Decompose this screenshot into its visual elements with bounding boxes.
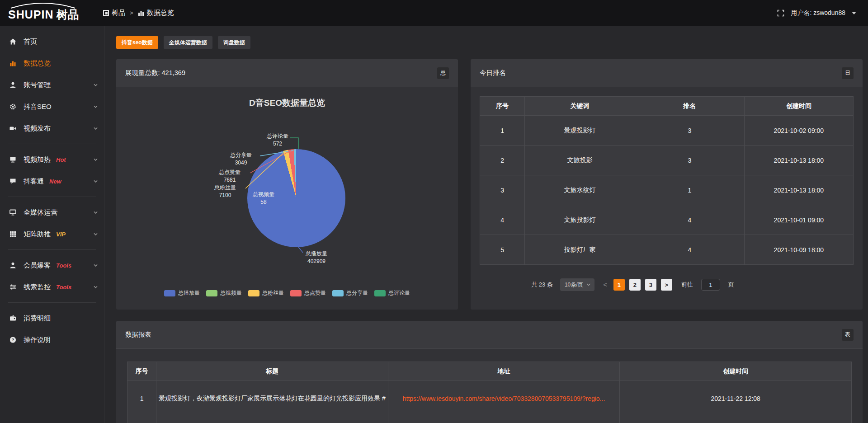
tab-media-ops-data[interactable]: 全媒体运营数据	[164, 36, 212, 49]
video-link[interactable]: https://www.iesdouyin.com/share/video/70…	[403, 395, 605, 402]
goto-page-input[interactable]	[701, 279, 720, 291]
sidebar-item-account[interactable]: 账号管理	[0, 74, 104, 96]
callout-plays: 总播放量402909	[296, 250, 337, 265]
chevron-down-icon	[93, 157, 98, 162]
page-unit-label: 页	[728, 281, 734, 289]
user-icon	[9, 81, 17, 89]
legend-swatch	[290, 290, 302, 296]
top-header: SHUPIN 树品 树品 > 数据总览 用户名: zswodun88	[0, 0, 868, 26]
day-toggle-button[interactable]: 日	[842, 67, 854, 79]
question-icon: ?	[9, 336, 17, 343]
new-badge: New	[49, 178, 61, 185]
monitor-icon	[9, 209, 17, 216]
sidebar-item-video-heat[interactable]: 视频加热 Hot	[0, 149, 104, 170]
sliders-icon	[9, 283, 17, 291]
total-toggle-button[interactable]: 总	[437, 67, 449, 79]
page-button-2[interactable]: 2	[629, 279, 641, 291]
sidebar-item-douyin-seo[interactable]: 抖音SEO	[0, 96, 104, 118]
tab-inquiry-data[interactable]: 询盘数据	[218, 36, 250, 49]
prev-page-button[interactable]: <	[602, 281, 609, 288]
legend-item[interactable]: 总点赞量	[290, 289, 326, 297]
main-content: 抖音seo数据 全媒体运营数据 询盘数据 展现量总数: 421,369 总 D音…	[105, 26, 868, 423]
sidebar-divider	[8, 302, 96, 303]
sidebar-item-member[interactable]: 会员爆客 Tools	[0, 254, 104, 276]
square-icon	[103, 10, 109, 16]
callout-shares: 总分享量3049	[221, 151, 261, 167]
chevron-down-icon	[93, 285, 98, 289]
sidebar: 首页 数据总览 账号管理 抖音SEO 视频发布 视频加热 Hot	[0, 26, 105, 423]
table-row: 2 文旅投影 3 2021-10-13 18:00	[480, 146, 854, 175]
legend-item[interactable]: 总分享量	[332, 289, 368, 297]
table-row: 5 投影灯厂家 4 2021-10-09 18:00	[480, 235, 854, 265]
bar-chart-icon	[9, 60, 17, 67]
today-ranking-panel: 今日排名 日 序号 关键词 排名 创建时间 1 景	[471, 59, 863, 310]
table-row: 4 文旅投影灯 4 2021-10-01 09:00	[480, 205, 854, 235]
breadcrumb-separator: >	[130, 9, 133, 16]
sidebar-item-clue-monitor[interactable]: 线索监控 Tools	[0, 276, 104, 298]
page-size-select[interactable]: 10条/页	[560, 278, 594, 291]
svg-text:?: ?	[12, 337, 14, 342]
breadcrumb-current[interactable]: 数据总览	[138, 9, 174, 17]
impressions-total-label: 展现量总数: 421,369	[125, 69, 185, 77]
tab-douyin-seo[interactable]: 抖音seo数据	[116, 36, 158, 49]
legend-item[interactable]: 总视频量	[206, 289, 242, 297]
chevron-down-icon[interactable]	[852, 12, 856, 14]
sidebar-divider	[8, 144, 96, 144]
report-table: 序号 标题 地址 创建时间 1 景观投影灯，夜游景观投影灯厂家展示展示落花灯在花…	[127, 362, 852, 423]
data-report-panel: 数据报表 表 序号 标题 地址 创建时间 1 景观投影灯，夜游景观投影灯厂家展示…	[116, 321, 863, 423]
chevron-down-icon	[93, 179, 98, 183]
vip-badge: VIP	[56, 231, 66, 238]
chevron-down-icon	[93, 210, 98, 215]
pagination: 共 23 条 10条/页 < 1 2 3 > 前往 页	[480, 278, 854, 291]
sidebar-item-expense[interactable]: 消费明细	[0, 307, 104, 329]
legend-swatch	[206, 290, 217, 296]
legend-swatch	[332, 290, 344, 296]
sidebar-item-douketong[interactable]: 抖客通 New	[0, 170, 104, 192]
legend-item[interactable]: 总评论量	[374, 289, 410, 297]
legend-swatch	[248, 290, 259, 296]
callout-fans: 总粉丝量7100	[205, 184, 245, 199]
sidebar-item-help[interactable]: ? 操作说明	[0, 329, 104, 351]
sidebar-divider	[8, 197, 96, 197]
legend-swatch	[164, 290, 175, 296]
sidebar-item-home[interactable]: 首页	[0, 31, 104, 52]
sidebar-item-data-overview[interactable]: 数据总览	[0, 52, 104, 74]
sidebar-item-video-publish[interactable]: 视频发布	[0, 118, 104, 139]
callout-comments: 总评论量572	[257, 132, 298, 148]
home-icon	[9, 38, 17, 45]
logo-arc	[9, 2, 77, 9]
fullscreen-icon[interactable]	[777, 9, 784, 17]
data-tabs: 抖音seo数据 全媒体运营数据 询盘数据	[116, 36, 863, 49]
sidebar-divider	[8, 249, 96, 250]
pie-chart-area: D音SEO数据量总览 总评论量572 总分享量3049 总点赞量7681 总粉丝…	[116, 87, 458, 309]
username-label[interactable]: 用户名: zswodun88	[791, 9, 845, 17]
page-button-1[interactable]: 1	[613, 279, 625, 291]
sidebar-item-media-ops[interactable]: 全媒体运营	[0, 202, 104, 223]
billboard-icon	[9, 156, 17, 163]
breadcrumb-root[interactable]: 树品	[103, 9, 125, 17]
legend-swatch	[374, 290, 386, 296]
gear-icon	[9, 103, 17, 110]
ranking-table: 序号 关键词 排名 创建时间 1 景观投影灯 3 2021-10-02 09:0…	[480, 96, 854, 265]
page-button-3[interactable]: 3	[645, 279, 656, 291]
chart-legend: 总播放量 总视频量 总粉丝量 总点赞量 总分享量 总评论量	[116, 289, 458, 297]
hot-badge: Hot	[56, 156, 66, 163]
bar-chart-icon	[138, 10, 144, 16]
legend-item[interactable]: 总播放量	[164, 289, 200, 297]
table-header-row: 序号 标题 地址 创建时间	[127, 362, 852, 381]
table-row	[127, 416, 852, 423]
app-logo: SHUPIN 树品	[0, 0, 103, 26]
chevron-down-icon	[93, 83, 98, 87]
callout-videos: 总视频量58	[243, 191, 284, 206]
breadcrumb: 树品 > 数据总览	[103, 9, 174, 17]
table-toggle-button[interactable]: 表	[842, 329, 854, 341]
legend-item[interactable]: 总粉丝量	[248, 289, 284, 297]
chevron-down-icon	[93, 232, 98, 236]
sidebar-item-matrix-boost[interactable]: 矩阵助推 VIP	[0, 223, 104, 245]
seo-overview-panel: 展现量总数: 421,369 总 D音SEO数据量总览 总评论量572 总分享量…	[116, 59, 458, 310]
chevron-down-icon	[93, 263, 98, 268]
tools-badge: Tools	[56, 284, 71, 291]
chat-bubble-icon	[9, 178, 17, 185]
next-page-button[interactable]: >	[661, 279, 672, 291]
ranking-panel-title: 今日排名	[480, 69, 506, 77]
